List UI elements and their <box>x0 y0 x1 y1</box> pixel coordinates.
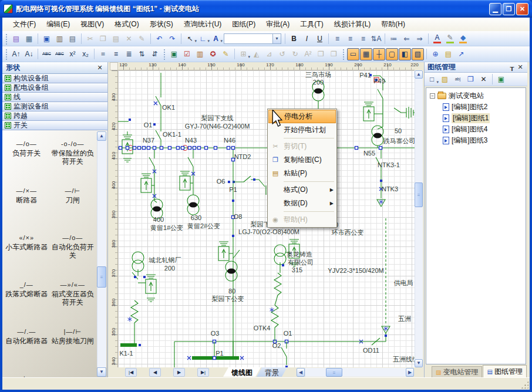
print-icon[interactable]: ▤ <box>66 32 79 45</box>
close-icon[interactable]: ✕ <box>96 64 104 72</box>
italic-icon[interactable]: I <box>301 32 313 45</box>
tree-expander-icon[interactable]: − <box>430 93 435 99</box>
canvas-label[interactable]: 城北轧钢厂 <box>149 256 181 265</box>
shape-group-5[interactable]: 开关 <box>2 121 107 130</box>
canvas-label[interactable]: O1 <box>144 121 153 129</box>
space-after-icon[interactable]: ⇵ <box>149 48 161 60</box>
tree-item-1[interactable]: [编辑]图纸1 <box>426 113 526 124</box>
canvas-label[interactable]: 黄留2#公变 <box>187 222 220 231</box>
scrollbar-thumb[interactable] <box>415 183 423 207</box>
menu-item-3[interactable]: 格式(O) <box>110 18 143 31</box>
connector-tool-icon[interactable]: ∟▾ <box>197 32 209 45</box>
close-icon[interactable]: ✕ <box>516 63 524 71</box>
menu-item-7[interactable]: 审批(A) <box>261 18 294 31</box>
shape-item-6[interactable]: _/—跌落式熔断器 <box>4 279 50 322</box>
sheet-tab-0[interactable]: 馈线图 <box>223 367 261 377</box>
underline-icon[interactable]: U <box>314 32 326 45</box>
canvas-label[interactable]: LGJ-70(O2-O8)400M <box>238 228 299 235</box>
new-drawing-icon[interactable]: □▾ <box>426 73 438 86</box>
bullets-icon[interactable]: ≔ <box>388 32 400 45</box>
canvas-label[interactable]: NTK3-1 <box>378 161 400 168</box>
delete-icon[interactable]: ✕ <box>123 32 135 45</box>
rename-drawing-icon[interactable]: ab| <box>452 73 464 86</box>
menu-item-2[interactable]: 视图(V) <box>76 18 109 31</box>
canvas-label[interactable]: 50 <box>395 127 402 134</box>
shape-group-1[interactable]: 配电设备组 <box>2 83 107 93</box>
indent-icon[interactable]: ⇒ <box>413 32 426 45</box>
canvas-vertical-scrollbar[interactable]: ▲ ▼ <box>415 70 423 367</box>
menu-item-10[interactable]: 帮助(H) <box>376 18 410 31</box>
scrollbar-thumb[interactable] <box>97 266 106 288</box>
shape-item-10[interactable]: ⊢副柜 <box>4 373 50 377</box>
canvas-label[interactable]: OTK4 <box>254 325 271 332</box>
close-button[interactable]: ✕ <box>516 3 528 15</box>
canvas-label[interactable]: 630 <box>191 214 201 221</box>
minimize-button[interactable]: ▁ <box>489 3 501 15</box>
audit-find-icon[interactable]: ▥ <box>194 48 206 60</box>
canvas-label[interactable]: P49 <box>373 77 385 85</box>
line-spacing-2-icon[interactable]: ≣ <box>123 48 135 60</box>
menu-item-1[interactable]: 编辑(E) <box>42 18 75 31</box>
stamp-icon[interactable]: ✪ <box>207 48 219 60</box>
shape-item-4[interactable]: «/×»小车式断路器 <box>4 232 50 275</box>
font-size-shape-icon[interactable]: A² <box>302 48 314 60</box>
tree-item-0[interactable]: [编辑]图纸2 <box>426 102 526 113</box>
canvas-label[interactable]: YJV22-3*150/420M <box>328 267 383 274</box>
shape-item-7[interactable]: —»/«—箱式变压器负荷开关 <box>50 279 96 322</box>
pin-icon[interactable]: ┰ <box>508 63 516 71</box>
strikethrough-icon[interactable]: ABC <box>41 48 53 60</box>
shape-item-0[interactable]: —/o—负荷开关 <box>4 138 50 181</box>
highlight-color-icon[interactable]: ✎ <box>444 32 456 45</box>
flip-vertical-icon[interactable]: ⊿ <box>263 48 275 60</box>
subscript-icon[interactable]: x₂ <box>79 48 92 60</box>
text-direction-icon[interactable]: ⇅A <box>370 32 382 45</box>
sheet-tab-1[interactable]: 背景 <box>257 367 287 377</box>
shape-group-3[interactable]: 监测设备组 <box>2 102 107 111</box>
canvas-label[interactable]: NTD2 <box>234 153 251 160</box>
shape-item-8[interactable]: —/.—自动化断路器 <box>4 326 50 369</box>
canvas-label[interactable]: 黄留1#公变 <box>150 224 183 232</box>
canvas-label[interactable]: 三鸟市场 <box>305 70 331 79</box>
chevron-down-icon[interactable]: ▾ <box>272 34 281 43</box>
tree-item-2[interactable]: [编辑]图纸4 <box>426 124 526 135</box>
shape-item-1[interactable]: -o-/o—带保险丝的负荷开关 <box>50 138 96 181</box>
fill-color-icon[interactable]: ◆ <box>457 32 469 45</box>
scroll-up-icon[interactable]: ▲ <box>97 131 106 141</box>
canvas-label[interactable]: NTK3 <box>382 185 398 192</box>
canvas-label[interactable]: N55 <box>363 150 375 157</box>
substation-sync-icon[interactable]: ▣ <box>495 73 507 86</box>
tree-item-3[interactable]: [编辑]图纸3 <box>426 135 526 146</box>
canvas-label[interactable]: 200 <box>313 79 324 86</box>
canvas-label[interactable]: 跌马寨公司 <box>383 137 415 146</box>
cut-icon[interactable]: ✂ <box>84 32 96 45</box>
send-backward-icon[interactable]: ❐ <box>328 48 340 60</box>
canvas-label[interactable]: GYJ-70(N46-O2)400M <box>185 123 250 130</box>
align-right-icon[interactable]: ≡ <box>357 32 369 45</box>
copy-icon[interactable]: ❐ <box>97 32 109 45</box>
canvas-label[interactable]: 环市西公变 <box>332 228 364 237</box>
format-painter-icon[interactable]: ✎ <box>136 32 148 45</box>
canvas-label[interactable]: 梨园下公变 <box>212 295 244 303</box>
canvas-label[interactable]: O6 <box>217 178 225 185</box>
paste-icon[interactable]: ▤ <box>110 32 122 45</box>
sheet-nav-2[interactable]: ▶ <box>173 368 185 377</box>
connector-arrow-icon[interactable]: ↗ <box>455 48 467 60</box>
feeder-canvas[interactable]: 三鸟市场200P41P49OK1O1梨园下支线GYJ-70(N46-O2)400… <box>118 70 415 367</box>
canvas-label[interactable]: 梨园下支线 <box>201 114 234 123</box>
title-bar[interactable]: 配电网络可视化管理系统 编辑馈线图 “图纸1” - 测试变电站 ▁ ❐ ✕ <box>0 0 532 18</box>
line-spacing-1-icon[interactable]: = <box>97 48 109 60</box>
resize-grip[interactable] <box>520 380 528 388</box>
open-drawing-icon[interactable]: ▨ <box>439 73 451 86</box>
glue-toggle-icon[interactable]: ▢ <box>386 48 398 60</box>
canvas-label[interactable]: 315 <box>292 266 302 273</box>
canvas-label[interactable]: 五洲 <box>398 315 411 323</box>
canvas-label[interactable]: N43 <box>185 137 197 144</box>
pointer-tool-icon[interactable]: ↖▾ <box>184 32 196 45</box>
rotate-right-icon[interactable]: ↻ <box>289 48 301 60</box>
canvas-label[interactable]: OK1 <box>162 104 175 111</box>
context-menu-item-7[interactable]: 格式(O)▶ <box>268 183 336 197</box>
scroll-right-icon[interactable]: ▶ <box>406 368 414 377</box>
guides-toggle-icon[interactable]: ┼ <box>373 48 385 60</box>
shape-item-2[interactable]: —/×—断路器 <box>4 185 50 228</box>
scroll-down-icon[interactable]: ▼ <box>97 367 106 377</box>
